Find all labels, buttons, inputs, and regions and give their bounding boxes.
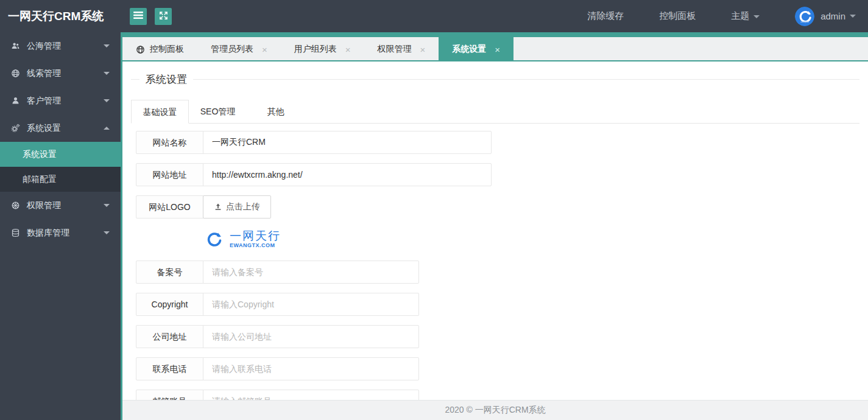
gears-icon xyxy=(11,124,20,133)
site-url-input[interactable] xyxy=(203,163,492,186)
sidebar-item-label: 系统设置 xyxy=(27,123,61,134)
theme-dropdown[interactable]: 主题 xyxy=(731,10,760,22)
settings-tabs: 基础设置 SEO管理 其他 xyxy=(131,100,859,124)
field-label: 联系电话 xyxy=(136,357,203,380)
sidebar-item-database[interactable]: 数据库管理 xyxy=(0,219,121,247)
users-icon xyxy=(11,41,20,51)
main-area: 控制面板 管理员列表 × 用户组列表 × 权限管理 × 系统设置 × 系统设置 … xyxy=(121,32,868,420)
tab-user-group-list[interactable]: 用户组列表 × xyxy=(281,32,364,61)
control-panel-link[interactable]: 控制面板 xyxy=(659,10,696,22)
upload-button[interactable]: 点击上传 xyxy=(203,195,271,219)
tab-permissions[interactable]: 权限管理 × xyxy=(364,32,439,61)
sidebar-item-label: 客户管理 xyxy=(27,96,61,107)
sidebar: 公海管理 线索管理 客户管理 系统设置 系统设置 邮箱配置 权限管理 xyxy=(0,32,121,420)
footer-text: 2020 © 一网天行CRM系统 xyxy=(445,405,545,416)
top-header: 一网天行CRM系统 清除缓存 控制面板 主题 admin xyxy=(0,0,868,32)
system-settings-submenu: 系统设置 邮箱配置 xyxy=(0,142,121,192)
tab-bar: 控制面板 管理员列表 × 用户组列表 × 权限管理 × 系统设置 × xyxy=(122,32,868,61)
company-logo-icon xyxy=(203,228,225,250)
database-icon xyxy=(11,228,20,237)
fullscreen-button[interactable] xyxy=(155,8,172,25)
fullscreen-icon xyxy=(159,11,168,22)
tab-seo[interactable]: SEO管理 xyxy=(189,100,247,123)
company-address-input[interactable] xyxy=(203,325,419,348)
tab-admin-list[interactable]: 管理员列表 × xyxy=(197,32,281,61)
field-label: 网站名称 xyxy=(136,131,203,154)
tab-system-settings[interactable]: 系统设置 × xyxy=(439,32,513,61)
site-name-input[interactable] xyxy=(203,131,492,154)
field-label: 网站LOGO xyxy=(136,195,203,219)
sidebar-item-system-settings[interactable]: 系统设置 xyxy=(0,114,121,142)
close-icon[interactable]: × xyxy=(345,45,351,54)
chevron-down-icon xyxy=(753,15,760,18)
globe-icon xyxy=(136,45,145,54)
close-icon[interactable]: × xyxy=(495,45,500,54)
form-row-contact-phone: 联系电话 xyxy=(136,357,859,380)
tab-control-panel[interactable]: 控制面板 xyxy=(122,32,197,61)
hamburger-icon xyxy=(133,11,143,21)
field-label: 备案号 xyxy=(136,261,203,284)
sidebar-item-label: 数据库管理 xyxy=(27,228,69,239)
tab-label: 管理员列表 xyxy=(211,44,253,55)
chevron-up-icon xyxy=(104,127,110,130)
chevron-down-icon xyxy=(104,44,110,47)
field-label: 公司地址 xyxy=(136,325,203,348)
settings-form: 网站名称 网站地址 网站LOGO 点击上传 一网天行 xyxy=(136,131,859,413)
chevron-down-icon xyxy=(104,204,110,207)
username: admin xyxy=(820,11,845,21)
user-menu[interactable]: admin xyxy=(795,7,856,26)
page-title: 系统设置 xyxy=(139,72,193,86)
form-row-company-address: 公司地址 xyxy=(136,325,859,348)
form-row-copyright: Copyright xyxy=(136,293,859,316)
tab-label: 用户组列表 xyxy=(294,44,337,55)
copyright-input[interactable] xyxy=(203,293,419,316)
close-icon[interactable]: × xyxy=(262,45,267,54)
sidebar-item-high-seas[interactable]: 公海管理 xyxy=(0,32,121,60)
user-icon xyxy=(11,96,20,105)
form-row-site-name: 网站名称 xyxy=(136,131,859,154)
form-row-site-url: 网站地址 xyxy=(136,163,859,186)
sidebar-item-leads[interactable]: 线索管理 xyxy=(0,60,121,87)
tab-label: 控制面板 xyxy=(150,44,184,55)
sidebar-toggle-button[interactable] xyxy=(130,8,147,25)
sidebar-item-label: 权限管理 xyxy=(27,200,61,211)
icp-number-input[interactable] xyxy=(203,261,419,284)
form-row-site-logo: 网站LOGO 点击上传 xyxy=(136,195,859,219)
form-row-icp: 备案号 xyxy=(136,261,859,284)
close-icon[interactable]: × xyxy=(420,45,426,54)
page-content: 系统设置 基础设置 SEO管理 其他 网站名称 网站地址 网站LOGO 点击上传 xyxy=(122,61,868,419)
sidebar-item-label: 公海管理 xyxy=(27,41,61,52)
page-footer: 2020 © 一网天行CRM系统 xyxy=(122,400,868,420)
tab-basic-settings[interactable]: 基础设置 xyxy=(131,100,189,124)
chevron-down-icon xyxy=(104,231,110,234)
tab-other[interactable]: 其他 xyxy=(247,100,305,123)
field-label: Copyright xyxy=(136,293,203,316)
section-divider: 系统设置 xyxy=(131,79,859,80)
chevron-down-icon xyxy=(104,99,110,102)
tab-label: 系统设置 xyxy=(452,44,486,55)
sidebar-item-label: 线索管理 xyxy=(27,68,61,79)
chevron-down-icon xyxy=(104,72,110,75)
company-logo-subtext: EWANGTX.COM xyxy=(230,243,281,249)
clear-cache-link[interactable]: 清除缓存 xyxy=(587,10,624,22)
wheel-icon xyxy=(11,201,20,210)
sidebar-item-customers[interactable]: 客户管理 xyxy=(0,87,121,114)
upload-icon xyxy=(214,203,222,211)
app-title: 一网天行CRM系统 xyxy=(0,9,121,24)
upload-label: 点击上传 xyxy=(226,201,260,212)
theme-label: 主题 xyxy=(731,10,749,21)
site-logo-preview: 一网天行 EWANGTX.COM xyxy=(203,228,859,251)
contact-phone-input[interactable] xyxy=(203,357,419,380)
chevron-down-icon xyxy=(850,15,856,18)
submenu-item-mailbox-config[interactable]: 邮箱配置 xyxy=(0,167,121,192)
field-label: 网站地址 xyxy=(136,163,203,186)
sidebar-item-permissions[interactable]: 权限管理 xyxy=(0,192,121,219)
submenu-item-system-settings[interactable]: 系统设置 xyxy=(0,142,121,167)
globe-icon xyxy=(11,69,20,78)
avatar xyxy=(795,7,814,26)
company-logo-text: 一网天行 xyxy=(230,230,281,243)
tab-label: 权限管理 xyxy=(378,44,412,55)
